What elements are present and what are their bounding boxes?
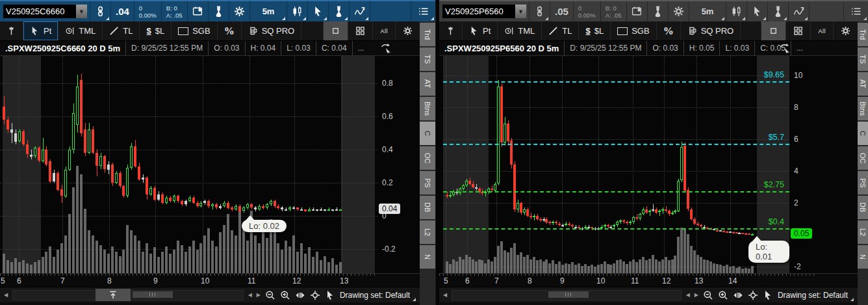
pointer-tool-button[interactable]: Pt — [463, 21, 498, 40]
side-tab-oc[interactable]: OC — [858, 146, 868, 170]
trendline-tool-button[interactable]: TL — [103, 21, 140, 40]
sgb-tool-button[interactable]: SGB — [611, 21, 656, 40]
cursor-tool-button[interactable] — [308, 1, 329, 21]
pointer-tool-button[interactable]: Pt — [23, 21, 58, 40]
toolbar-settings-button[interactable] — [395, 21, 420, 40]
sq-pro-button[interactable]: SQ PRO — [681, 21, 741, 40]
step-left-icon[interactable]: ◀ — [686, 292, 690, 298]
grid-view-button[interactable] — [785, 21, 810, 40]
drawing-set-button[interactable]: Drawing set: Default — [340, 291, 416, 300]
patterns-button[interactable] — [789, 1, 810, 21]
side-tab-trd[interactable]: Trd — [858, 23, 868, 46]
all-button[interactable]: All — [372, 21, 395, 40]
trendline-tool-button[interactable]: TL — [542, 21, 579, 40]
side-tab-at[interactable]: AT — [420, 72, 435, 96]
chart-menu-button[interactable] — [411, 1, 435, 21]
side-tab-oc[interactable]: OC — [420, 146, 435, 170]
chart-scrollbar[interactable] — [452, 290, 681, 300]
symbol-dropdown-button[interactable]: ▼ — [76, 5, 87, 18]
side-tab-trd[interactable]: Trd — [420, 23, 435, 46]
drawing-set-button[interactable]: Drawing set: Default — [778, 291, 854, 300]
patterns-button[interactable] — [350, 1, 370, 21]
symbol-input[interactable]: V250925C6660 — [3, 5, 76, 18]
single-chart-view-button[interactable] — [761, 21, 785, 40]
sgb-tool-button[interactable]: SGB — [172, 21, 217, 40]
side-tab-n[interactable]: N — [858, 245, 868, 269]
compare-flip-icon[interactable] — [380, 42, 392, 54]
percent-tool-button[interactable]: % — [657, 21, 681, 40]
events-button[interactable] — [188, 1, 209, 21]
side-tab-ps[interactable]: PS — [420, 171, 435, 194]
timeline-tool-button[interactable]: TML — [58, 21, 103, 40]
jump-to-end-button[interactable] — [96, 289, 131, 301]
zoom-out-icon[interactable] — [703, 290, 713, 300]
side-tab-ts[interactable]: TS — [420, 47, 435, 71]
candlestick-chart-put[interactable]: $9.65$5.7$2.75$0.4Lo: 0.01108642-20.05 — [439, 56, 858, 273]
plot-area[interactable]: $9.65$5.7$2.75$0.4Lo: 0.01 — [443, 56, 789, 273]
side-tab-n[interactable]: N — [420, 245, 435, 269]
side-tab-btns[interactable]: Btns — [858, 97, 868, 120]
step-left-icon[interactable]: ◀ — [248, 292, 252, 298]
pointer-icon[interactable] — [325, 290, 335, 300]
pointer-icon[interactable] — [763, 290, 773, 300]
compare-flip-icon[interactable] — [779, 42, 791, 54]
side-tab-c[interactable]: C — [420, 122, 435, 145]
link-charts-button[interactable] — [530, 1, 550, 21]
percent-tool-button[interactable]: % — [218, 21, 242, 40]
chart-style-button[interactable] — [287, 1, 308, 21]
studies-button[interactable] — [329, 1, 350, 21]
analyze-button[interactable] — [648, 1, 669, 21]
step-right-icon[interactable]: ▶ — [695, 292, 698, 298]
symbol-input[interactable]: V250925P6560 — [442, 5, 515, 18]
side-tab-ts[interactable]: TS — [858, 47, 868, 71]
crosshair-icon[interactable] — [310, 290, 320, 300]
timeframe-button[interactable]: 5m — [250, 1, 288, 21]
candlestick-chart-call[interactable]: Lo: 0.020.80.60.40.20-0.20.04 — [0, 56, 420, 273]
single-chart-view-button[interactable] — [323, 21, 348, 40]
timeline-tool-button[interactable]: TML — [498, 21, 542, 40]
side-tab-at[interactable]: AT — [858, 72, 868, 96]
side-tab-c[interactable]: C — [858, 122, 868, 145]
chart-style-button[interactable] — [726, 1, 747, 21]
scrollbar-thumb[interactable] — [133, 291, 173, 298]
pan-icon[interactable] — [295, 290, 305, 300]
scrollbar-thumb[interactable] — [548, 291, 589, 298]
zoom-in-icon[interactable] — [280, 290, 290, 300]
scroll-left-icon[interactable]: ◀ — [4, 292, 8, 298]
side-tab-l2[interactable]: L2 — [420, 220, 435, 244]
cursor-tool-button[interactable] — [747, 1, 768, 21]
zoom-out-icon[interactable] — [265, 290, 275, 300]
side-tab-btns[interactable]: Btns — [420, 97, 435, 120]
dollar-level-tool-button[interactable]: $$L — [140, 21, 172, 40]
studies-button[interactable] — [768, 1, 789, 21]
side-tab-l2[interactable]: L2 — [858, 220, 868, 244]
timeframe-button[interactable]: 5m — [689, 1, 727, 21]
dollar-level-tool-button[interactable]: $$L — [579, 21, 611, 40]
events-button[interactable] — [627, 1, 648, 21]
step-right-icon[interactable]: ▶ — [257, 292, 261, 298]
scroll-left-icon[interactable]: ◀ — [443, 292, 447, 298]
chart-scrollbar[interactable] — [12, 290, 243, 300]
toolbar-settings-button[interactable] — [833, 21, 858, 40]
chart-more[interactable]: ... — [352, 41, 370, 55]
link-charts-button[interactable] — [90, 1, 111, 21]
sq-pro-button[interactable]: SQ PRO — [242, 21, 302, 40]
side-tab-db[interactable]: DB — [858, 196, 868, 219]
chart-menu-button[interactable] — [843, 1, 868, 21]
zoom-in-icon[interactable] — [718, 290, 728, 300]
side-tab-db[interactable]: DB — [420, 196, 435, 219]
pan-icon[interactable] — [733, 290, 743, 300]
analyze-button[interactable] — [209, 1, 229, 21]
settings-button[interactable] — [669, 1, 689, 21]
pin-toolbar-button[interactable] — [439, 21, 463, 40]
side-tab-ps[interactable]: PS — [858, 171, 868, 194]
ask-value: A: .05 — [166, 12, 183, 19]
plot-area[interactable]: Lo: 0.02 — [0, 56, 377, 273]
crosshair-icon[interactable] — [748, 290, 758, 300]
chart-more[interactable]: ... — [791, 41, 808, 55]
grid-view-button[interactable] — [348, 21, 372, 40]
pin-toolbar-button[interactable] — [0, 21, 23, 40]
settings-button[interactable] — [229, 1, 250, 21]
all-button[interactable]: All — [810, 21, 833, 40]
symbol-dropdown-button[interactable]: ▼ — [515, 5, 526, 18]
